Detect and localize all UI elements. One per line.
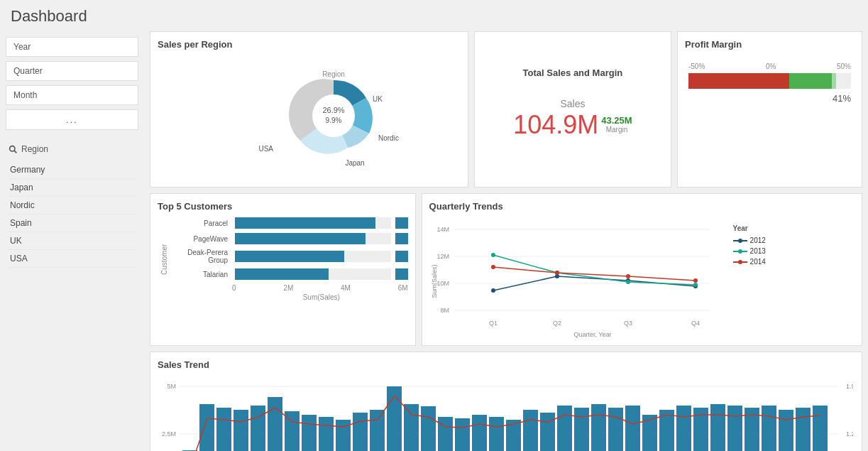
svg-text:UK: UK [373, 95, 383, 103]
svg-text:Quarter, Year: Quarter, Year [573, 331, 611, 338]
svg-point-28 [491, 253, 495, 257]
region-uk[interactable]: UK [7, 232, 137, 250]
svg-rect-77 [693, 408, 708, 451]
sales-trend-title: Sales Trend [158, 359, 855, 370]
svg-rect-69 [557, 406, 572, 451]
svg-rect-65 [489, 417, 504, 451]
sales-trend-chart: 5M 2.5M 0 Sum(Sales) 1.9M 1.2M 600k Sum(… [158, 376, 853, 451]
filter-quarter[interactable]: Quarter [6, 61, 138, 81]
quarterly-title: Quarterly Trends [429, 201, 855, 212]
svg-rect-78 [710, 404, 725, 451]
svg-rect-54 [302, 415, 317, 451]
svg-text:26.9%: 26.9% [323, 106, 345, 114]
svg-text:Q4: Q4 [691, 320, 700, 327]
svg-point-35 [693, 278, 698, 283]
svg-text:Q2: Q2 [553, 320, 561, 327]
region-spain[interactable]: Spain [7, 214, 137, 232]
pm-bar [688, 73, 851, 89]
svg-rect-73 [625, 406, 640, 451]
region-nordic[interactable]: Nordic [7, 197, 137, 214]
svg-rect-62 [438, 417, 453, 451]
pm-axis: -50% 0% 50% [688, 63, 851, 70]
sales-region-title: Sales per Region [158, 39, 461, 50]
svg-rect-51 [251, 406, 265, 451]
svg-line-1 [14, 151, 16, 153]
svg-rect-83 [796, 408, 811, 451]
svg-rect-82 [779, 410, 793, 451]
svg-rect-72 [608, 408, 623, 451]
svg-rect-71 [591, 404, 606, 451]
bar-row-talarian: Talarian [168, 268, 408, 280]
margin-value: 43.25M [601, 115, 632, 126]
svg-point-0 [10, 146, 15, 151]
quarterly-card: Quarterly Trends 14M 12M 10M 8M Sum(Sale… [422, 193, 862, 346]
top5-title: Top 5 Customers [158, 201, 408, 212]
svg-rect-81 [762, 406, 776, 451]
bar-row-deak: Deak-Perera Group [168, 249, 408, 264]
svg-text:Q1: Q1 [489, 320, 498, 327]
svg-point-24 [491, 288, 495, 293]
region-label: Region [21, 144, 48, 154]
svg-point-31 [693, 283, 698, 287]
total-sales-card: Total Sales and Margin Sales 104.9M 43.2… [474, 31, 671, 188]
svg-text:Region: Region [323, 70, 346, 78]
sales-label: Sales [513, 98, 632, 109]
dashboard-title: Dashboard [0, 0, 868, 31]
quarterly-legend-title: Year [733, 224, 783, 232]
top5-card: Top 5 Customers Customer Paracel PageWav… [150, 193, 416, 346]
svg-text:Japan: Japan [346, 159, 365, 167]
legend-2012: 2012 [733, 237, 783, 244]
svg-text:5M: 5M [167, 383, 176, 390]
svg-point-30 [626, 280, 630, 284]
svg-point-33 [555, 271, 559, 275]
donut-chart: Region UK Nordic Japan USA [209, 59, 408, 173]
filter-more[interactable]: ... [6, 109, 138, 130]
margin-label: Margin [601, 126, 632, 134]
sales-trend-card: Sales Trend 5M 2.5M 0 Sum(Sales) 1.9M 1.… [150, 352, 862, 451]
quarterly-chart: 14M 12M 10M 8M Sum(Sales) Q1 Q2 [429, 217, 727, 338]
sales-value: 104.9M [513, 112, 598, 138]
svg-rect-52 [268, 397, 282, 451]
svg-text:10M: 10M [436, 280, 449, 287]
legend-2014: 2014 [733, 258, 783, 266]
filter-month[interactable]: Month [6, 85, 138, 105]
svg-text:9.9%: 9.9% [326, 116, 342, 124]
region-usa[interactable]: USA [7, 250, 137, 268]
svg-text:USA: USA [259, 145, 274, 153]
top5-y-label: Customer [158, 217, 168, 301]
top5-x-label: Sum(Sales) [168, 293, 408, 301]
svg-rect-56 [336, 420, 351, 451]
filter-year[interactable]: Year [6, 37, 138, 57]
svg-rect-58 [370, 410, 385, 451]
region-list: Germany Japan Nordic Spain UK USA [7, 161, 137, 268]
svg-rect-55 [319, 417, 334, 451]
content-area: Sales per Region Region UK Nordic Japan … [144, 31, 868, 451]
sales-region-card: Sales per Region Region UK Nordic Japan … [150, 31, 468, 188]
svg-rect-80 [745, 408, 759, 451]
region-search[interactable]: Region [7, 141, 137, 157]
svg-rect-50 [234, 410, 248, 451]
total-sales-title: Total Sales and Margin [523, 67, 623, 78]
svg-point-32 [491, 265, 495, 269]
svg-rect-79 [727, 406, 742, 451]
bar-row-paracel: Paracel [168, 217, 408, 229]
svg-rect-70 [574, 408, 589, 451]
bar-row-pagewave: PageWave [168, 233, 408, 244]
svg-rect-63 [455, 418, 470, 451]
svg-text:Q3: Q3 [624, 320, 632, 327]
pm-percent: 41% [688, 93, 851, 104]
svg-rect-68 [540, 413, 555, 451]
svg-rect-49 [216, 408, 231, 451]
svg-text:8M: 8M [440, 307, 449, 314]
svg-rect-61 [421, 406, 436, 451]
svg-rect-67 [523, 410, 538, 451]
svg-rect-48 [199, 404, 214, 451]
svg-rect-76 [676, 406, 691, 451]
svg-text:1.2M: 1.2M [846, 430, 853, 438]
svg-text:2.5M: 2.5M [162, 430, 176, 438]
svg-point-34 [626, 274, 630, 278]
region-germany[interactable]: Germany [7, 161, 137, 179]
svg-text:Nordic: Nordic [378, 134, 399, 142]
profit-margin-title: Profit Margin [685, 39, 855, 50]
region-japan[interactable]: Japan [7, 179, 137, 197]
